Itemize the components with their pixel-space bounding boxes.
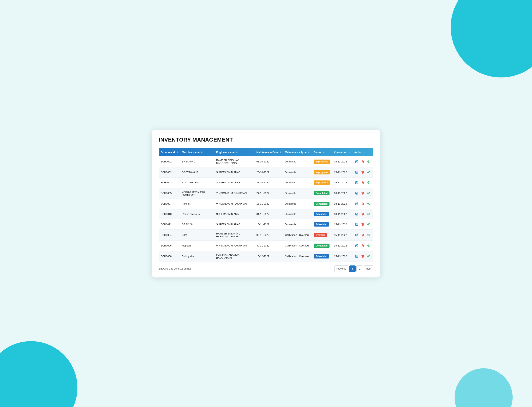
table-row: SCH0003SDCY90K7H1CSUPERADMIN ANAS31-10-2…	[159, 177, 373, 188]
view-button[interactable]	[366, 201, 371, 206]
bg-circle-top-right	[451, 0, 532, 78]
cell-machine-name: Silos	[180, 229, 214, 241]
col-schedule-id-label: Schedule Id	[161, 151, 175, 154]
delete-button[interactable]	[360, 191, 365, 196]
svg-point-2	[368, 182, 369, 183]
status-badge: In progress	[314, 170, 330, 174]
status-badge: In progress	[314, 180, 330, 185]
col-maintenance-date: Maintenance Date ⇅	[255, 148, 283, 156]
col-maintenance-type: Maintenance Type ⇅	[283, 148, 312, 156]
cell-status: Overdue	[312, 229, 332, 241]
cell-status: In progress	[312, 156, 332, 167]
sort-engineer-name-icon[interactable]: ⇅	[236, 151, 238, 154]
sort-maintenance-type-icon[interactable]: ⇅	[308, 151, 310, 154]
svg-point-4	[368, 204, 369, 204]
view-button[interactable]	[366, 243, 371, 248]
sort-status-icon[interactable]: ⇅	[323, 151, 324, 154]
table-row: SCH0006HoppersVINSON A/L M RAYAPPAN30-11…	[159, 241, 373, 251]
action-icons	[354, 254, 371, 259]
table-header-row: Schedule Id ⇅ Machine Name ⇅ Engineer Na…	[159, 148, 373, 156]
delete-button[interactable]	[360, 180, 365, 185]
svg-point-1	[368, 172, 369, 173]
action-icons	[354, 201, 371, 206]
status-badge: Scheduled	[314, 222, 329, 227]
view-button[interactable]	[366, 222, 371, 227]
edit-button[interactable]	[354, 243, 359, 248]
pagination-next[interactable]: Next	[364, 266, 373, 272]
svg-point-6	[368, 224, 369, 225]
view-button[interactable]	[366, 180, 371, 185]
view-button[interactable]	[366, 170, 371, 175]
cell-maintenance-type: Dismantle	[283, 199, 312, 209]
status-badge: Completed	[314, 191, 329, 195]
cell-created-on: 15-11-2022	[332, 251, 352, 262]
cell-schedule-id: SCH0005	[159, 188, 180, 199]
sort-action-icon[interactable]: ⇅	[364, 151, 365, 154]
page-title: INVENTORY MANAGEMENT	[159, 137, 373, 143]
view-button[interactable]	[366, 254, 371, 259]
delete-button[interactable]	[360, 233, 365, 238]
cell-created-on: 15-11-2022	[332, 177, 352, 188]
status-badge: Scheduled	[314, 254, 329, 258]
view-button[interactable]	[366, 159, 371, 164]
edit-button[interactable]	[354, 254, 359, 259]
svg-point-8	[368, 245, 369, 246]
cell-engineer-name: SUPERADMIN ANAS	[214, 219, 255, 229]
pagination: Previous 1 2 Next	[334, 266, 373, 272]
cell-engineer-name: SUPERADMIN ANAS	[214, 209, 255, 219]
cell-maintenance-type: Calibration / Overhaul	[283, 241, 312, 251]
edit-button[interactable]	[354, 222, 359, 227]
sort-schedule-id-icon[interactable]: ⇅	[176, 151, 178, 154]
view-button[interactable]	[366, 233, 371, 238]
delete-button[interactable]	[360, 159, 365, 164]
delete-button[interactable]	[360, 222, 365, 227]
cell-action	[352, 209, 373, 219]
sort-created-on-icon[interactable]: ⇅	[349, 151, 350, 154]
cell-engineer-name: RAMESH SINGH A/L HARGOPAL SINGH	[214, 229, 255, 241]
edit-button[interactable]	[354, 170, 359, 175]
table-row: SCH0001SRSC45H1RAMESH SINGH A/L HARGOPAL…	[159, 156, 373, 167]
delete-button[interactable]	[360, 170, 365, 175]
sort-machine-name-icon[interactable]: ⇅	[201, 151, 203, 154]
cell-maintenance-date: 30-11-2022	[255, 241, 283, 251]
delete-button[interactable]	[360, 243, 365, 248]
cell-maintenance-date: 20-10-2022	[255, 167, 283, 177]
cell-machine-name: Chiksan arm/ Marine loading arm	[180, 188, 214, 199]
cell-status: Scheduled	[312, 251, 332, 262]
col-status-label: Status	[314, 151, 321, 154]
pagination-previous[interactable]: Previous	[334, 266, 348, 272]
cell-maintenance-type: Dismantle	[283, 188, 312, 199]
edit-button[interactable]	[354, 212, 359, 217]
pagination-page-1[interactable]: 1	[349, 266, 356, 272]
cell-action	[352, 241, 373, 251]
cell-action	[352, 177, 373, 188]
delete-button[interactable]	[360, 254, 365, 259]
cell-maintenance-date: 15-11-2022	[255, 219, 283, 229]
edit-button[interactable]	[354, 201, 359, 206]
cell-created-on: 08-11-2022	[332, 156, 352, 167]
cell-schedule-id: SCH0010	[159, 209, 180, 219]
cell-maintenance-date: 16-11-2022	[255, 199, 283, 209]
delete-button[interactable]	[360, 201, 365, 206]
delete-button[interactable]	[360, 212, 365, 217]
cell-machine-name: Hoppers	[180, 241, 214, 251]
view-button[interactable]	[366, 212, 371, 217]
status-badge: Completed	[314, 243, 329, 248]
cell-maintenance-type: Dismantle	[283, 156, 312, 167]
col-action: Action ⇅	[352, 148, 373, 156]
status-badge: Scheduled	[314, 212, 329, 216]
cell-schedule-id: SCH0008	[159, 251, 180, 262]
edit-button[interactable]	[354, 191, 359, 196]
col-engineer-name: Engineer Name ⇅	[214, 148, 255, 156]
cell-schedule-id: SCH0001	[159, 156, 180, 167]
sort-maintenance-date-icon[interactable]: ⇅	[279, 151, 281, 154]
action-icons	[354, 170, 371, 175]
pagination-page-2[interactable]: 2	[356, 266, 363, 272]
cell-action	[352, 167, 373, 177]
edit-button[interactable]	[354, 233, 359, 238]
view-button[interactable]	[366, 191, 371, 196]
cell-engineer-name: SUPERADMIN ANAS	[214, 177, 255, 188]
edit-button[interactable]	[354, 159, 359, 164]
col-machine-name-label: Machine Name	[182, 151, 200, 154]
edit-button[interactable]	[354, 180, 359, 185]
